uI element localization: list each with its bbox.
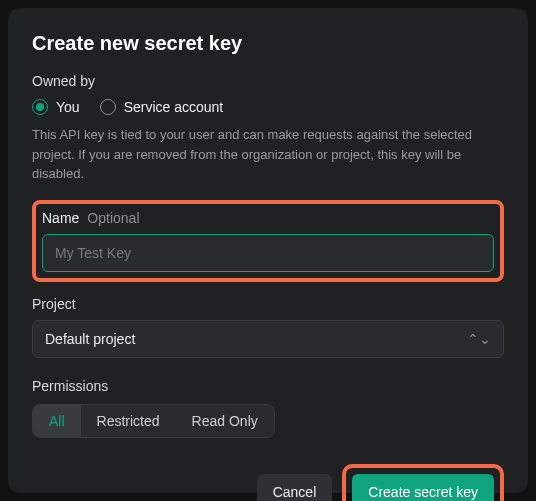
modal-footer: Cancel Create secret key	[32, 464, 504, 502]
chevron-up-down-icon: ⌃⌄	[467, 332, 491, 346]
radio-label: You	[56, 99, 80, 115]
radio-icon	[32, 99, 48, 115]
owned-by-help-text: This API key is tied to your user and ca…	[32, 125, 504, 184]
create-secret-key-modal: Create new secret key Owned by You Servi…	[8, 8, 528, 493]
project-label: Project	[32, 296, 504, 312]
name-label-row: Name Optional	[42, 210, 494, 226]
permissions-label: Permissions	[32, 378, 504, 394]
name-field-highlight: Name Optional	[32, 200, 504, 282]
submit-button-highlight: Create secret key	[342, 464, 504, 502]
radio-label: Service account	[124, 99, 224, 115]
permission-option-readonly[interactable]: Read Only	[176, 405, 274, 437]
permissions-segmented-control: All Restricted Read Only	[32, 404, 275, 438]
create-secret-key-button[interactable]: Create secret key	[352, 474, 494, 502]
permission-option-restricted[interactable]: Restricted	[81, 405, 176, 437]
name-optional-label: Optional	[87, 210, 139, 226]
project-selected-value: Default project	[45, 331, 135, 347]
owned-by-label: Owned by	[32, 73, 504, 89]
name-label: Name	[42, 210, 79, 226]
owned-by-radio-group: You Service account	[32, 99, 504, 115]
modal-title: Create new secret key	[32, 32, 504, 55]
owned-by-option-service-account[interactable]: Service account	[100, 99, 224, 115]
cancel-button[interactable]: Cancel	[257, 474, 333, 502]
permission-option-all[interactable]: All	[33, 405, 81, 437]
project-select[interactable]: Default project ⌃⌄	[32, 320, 504, 358]
name-input[interactable]	[42, 234, 494, 272]
owned-by-option-you[interactable]: You	[32, 99, 80, 115]
radio-icon	[100, 99, 116, 115]
